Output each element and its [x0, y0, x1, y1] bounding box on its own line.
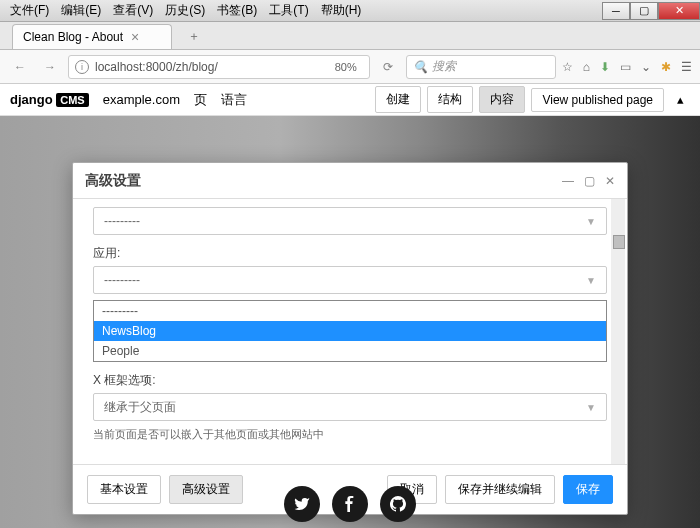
- save-continue-button[interactable]: 保存并继续编辑: [445, 475, 555, 504]
- page-info-icon[interactable]: i: [75, 60, 89, 74]
- page-content: 高级设置 — ▢ ✕ --------- ▼ 应用: --------- ▼: [0, 116, 700, 528]
- nav-forward-button[interactable]: →: [38, 55, 62, 79]
- cms-menu-language[interactable]: 语言: [221, 91, 247, 109]
- tab-title: Clean Blog - About: [23, 30, 123, 44]
- window-minimize-button[interactable]: ─: [602, 2, 630, 20]
- hamburger-menu-icon[interactable]: ☰: [681, 60, 692, 74]
- modal-close-icon[interactable]: ✕: [605, 174, 615, 188]
- bookmark-icon[interactable]: ☆: [562, 60, 573, 74]
- zoom-level[interactable]: 80%: [335, 61, 357, 73]
- cms-structure-button[interactable]: 结构: [427, 86, 473, 113]
- cms-logo[interactable]: django CMS: [10, 92, 89, 107]
- select-field-top[interactable]: --------- ▼: [93, 207, 607, 235]
- save-button[interactable]: 保存: [563, 475, 613, 504]
- search-placeholder: 搜索: [432, 58, 456, 75]
- browser-tabbar: Clean Blog - About × ＋: [0, 22, 700, 50]
- social-icons: [284, 486, 416, 522]
- downloads-icon[interactable]: ⬇: [600, 60, 610, 74]
- search-box[interactable]: 🔍 搜索: [406, 55, 556, 79]
- dropdown-option-none[interactable]: ---------: [94, 301, 606, 321]
- cms-collapse-icon[interactable]: ▴: [670, 90, 690, 110]
- label-xframe: X 框架选项:: [93, 372, 607, 389]
- cms-menu-page[interactable]: 页: [194, 91, 207, 109]
- pocket-icon[interactable]: ⌄: [641, 60, 651, 74]
- window-controls: ─ ▢ ✕: [602, 2, 700, 20]
- cms-view-published-button[interactable]: View published page: [531, 88, 664, 112]
- window-maximize-button[interactable]: ▢: [630, 2, 658, 20]
- search-icon: 🔍: [413, 60, 428, 74]
- menu-help[interactable]: 帮助(H): [315, 0, 368, 21]
- advanced-settings-modal: 高级设置 — ▢ ✕ --------- ▼ 应用: --------- ▼: [72, 162, 628, 515]
- modal-header: 高级设置 — ▢ ✕: [73, 163, 627, 199]
- menu-bookmarks[interactable]: 书签(B): [211, 0, 263, 21]
- advanced-settings-button[interactable]: 高级设置: [169, 475, 243, 504]
- browser-tab[interactable]: Clean Blog - About ×: [12, 24, 172, 49]
- select-xframe[interactable]: 继承于父页面 ▼: [93, 393, 607, 421]
- menu-view[interactable]: 查看(V): [107, 0, 159, 21]
- cms-content-button[interactable]: 内容: [479, 86, 525, 113]
- browser-toolbar-icons: ☆ ⌂ ⬇ ▭ ⌄ ✱ ☰: [562, 60, 692, 74]
- new-tab-button[interactable]: ＋: [180, 24, 208, 49]
- modal-minimize-icon[interactable]: —: [562, 174, 574, 188]
- dropdown-option-people[interactable]: People: [94, 341, 606, 361]
- cms-create-button[interactable]: 创建: [375, 86, 421, 113]
- menu-edit[interactable]: 编辑(E): [55, 0, 107, 21]
- library-icon[interactable]: ▭: [620, 60, 631, 74]
- reload-button[interactable]: ⟳: [376, 55, 400, 79]
- modal-title: 高级设置: [85, 172, 141, 190]
- github-icon[interactable]: [380, 486, 416, 522]
- url-text: localhost:8000/zh/blog/: [95, 60, 323, 74]
- chevron-down-icon: ▼: [586, 402, 596, 413]
- home-icon[interactable]: ⌂: [583, 60, 590, 74]
- dropdown-option-newsblog[interactable]: NewsBlog: [94, 321, 606, 341]
- os-titlebar: 文件(F) 编辑(E) 查看(V) 历史(S) 书签(B) 工具(T) 帮助(H…: [0, 0, 700, 22]
- twitter-icon[interactable]: [284, 486, 320, 522]
- basic-settings-button[interactable]: 基本设置: [87, 475, 161, 504]
- modal-body: --------- ▼ 应用: --------- ▼ --------- Ne…: [73, 199, 627, 464]
- menu-bar: 文件(F) 编辑(E) 查看(V) 历史(S) 书签(B) 工具(T) 帮助(H…: [0, 0, 367, 21]
- window-close-button[interactable]: ✕: [658, 2, 700, 20]
- nav-back-button[interactable]: ←: [8, 55, 32, 79]
- modal-maximize-icon[interactable]: ▢: [584, 174, 595, 188]
- browser-urlbar: ← → i localhost:8000/zh/blog/ 80% ⟳ 🔍 搜索…: [0, 50, 700, 84]
- extension-icon[interactable]: ✱: [661, 60, 671, 74]
- cms-site[interactable]: example.com: [103, 92, 180, 107]
- help-text-xframe: 当前页面是否可以嵌入于其他页面或其他网站中: [93, 427, 607, 442]
- label-application: 应用:: [93, 245, 607, 262]
- tab-close-icon[interactable]: ×: [131, 29, 139, 45]
- chevron-down-icon: ▼: [586, 216, 596, 227]
- menu-history[interactable]: 历史(S): [159, 0, 211, 21]
- select-application[interactable]: --------- ▼: [93, 266, 607, 294]
- address-bar[interactable]: i localhost:8000/zh/blog/ 80%: [68, 55, 370, 79]
- cms-toolbar: django CMS example.com 页 语言 创建 结构 内容 Vie…: [0, 84, 700, 116]
- menu-file[interactable]: 文件(F): [4, 0, 55, 21]
- application-dropdown: --------- NewsBlog People: [93, 300, 607, 362]
- modal-scrollbar[interactable]: [611, 199, 625, 464]
- facebook-icon[interactable]: [332, 486, 368, 522]
- chevron-down-icon: ▼: [586, 275, 596, 286]
- menu-tools[interactable]: 工具(T): [263, 0, 314, 21]
